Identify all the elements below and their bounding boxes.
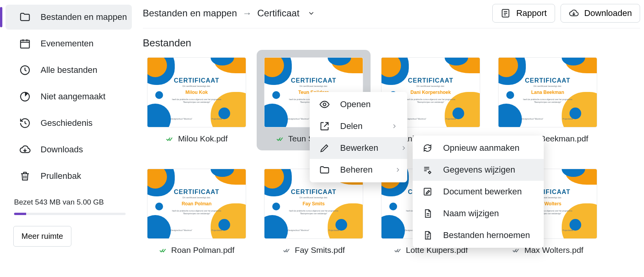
- chevron-right-icon: [379, 123, 398, 130]
- history-icon: [19, 117, 31, 129]
- share-icon: [319, 121, 330, 132]
- sidebar-item-label: Prullenbak: [41, 171, 81, 181]
- eye-icon: [319, 99, 330, 110]
- ctx-recreate[interactable]: Opnieuw aanmaken: [413, 137, 544, 159]
- file-lines-icon: [422, 230, 433, 241]
- sidebar-item-all-files[interactable]: Alle bestanden: [5, 58, 132, 83]
- report-button[interactable]: Rapport: [492, 4, 555, 23]
- folder-icon: [319, 164, 330, 175]
- file-name: Roan Polman.pdf: [171, 245, 234, 255]
- ctx-share[interactable]: Delen: [310, 115, 407, 137]
- context-submenu: Opnieuw aanmaken Gegevens wijzigen Docum…: [413, 136, 544, 248]
- breadcrumb-current[interactable]: Certificaat: [257, 8, 300, 19]
- download-label: Downloaden: [584, 8, 632, 18]
- file-icon: [422, 208, 433, 219]
- breadcrumb-separator: →: [243, 8, 252, 19]
- ctx-manage[interactable]: Beheren: [310, 159, 407, 181]
- ctx-edit[interactable]: Bewerken: [310, 137, 407, 159]
- status-icon: [276, 134, 284, 143]
- context-menu: Openen Delen Bewerken Beheren: [310, 92, 407, 182]
- edit-list-icon: [422, 164, 433, 175]
- status-icon: [282, 246, 291, 254]
- breadcrumb: Bestanden en mappen → Certificaat: [143, 8, 315, 19]
- status-icon: [159, 246, 167, 254]
- ctx-rename[interactable]: Naam wijzigen: [413, 203, 544, 224]
- status-icon: [394, 246, 402, 254]
- file-name: Milou Kok.pdf: [178, 134, 227, 143]
- pencil-icon: [319, 143, 330, 153]
- section-title: Bestanden: [143, 37, 640, 49]
- file-card[interactable]: CERTIFICAAT Dit certificaat bevestigt da…: [147, 58, 246, 150]
- download-cloud-icon: [19, 143, 31, 156]
- more-space-button[interactable]: Meer ruimte: [13, 226, 71, 247]
- file-thumbnail: CERTIFICAAT Dit certificaat bevestigt da…: [147, 169, 246, 238]
- chevron-down-icon[interactable]: [307, 9, 315, 17]
- ctx-rename-files[interactable]: Bestanden hernoemen: [413, 224, 544, 246]
- sidebar-item-history[interactable]: Geschiedenis: [5, 111, 132, 136]
- sidebar-item-label: Evenementen: [41, 39, 94, 49]
- download-button[interactable]: Downloaden: [561, 4, 640, 23]
- svg-point-4: [323, 103, 326, 106]
- ctx-edit-doc[interactable]: Document bewerken: [413, 181, 544, 203]
- ctx-open[interactable]: Openen: [310, 94, 407, 115]
- file-thumbnail: CERTIFICAAT Dit certificaat bevestigt da…: [499, 58, 597, 127]
- file-name: Fay Smits.pdf: [295, 245, 345, 255]
- sidebar: Bestanden en mappen Evenementen Alle bes…: [0, 0, 135, 277]
- report-icon: [500, 8, 511, 18]
- sidebar-item-events[interactable]: Evenementen: [5, 31, 132, 56]
- folder-icon: [19, 11, 31, 23]
- sidebar-item-trash[interactable]: Prullenbak: [5, 164, 132, 189]
- edit-doc-icon: [422, 186, 433, 197]
- trash-icon: [19, 170, 31, 182]
- chevron-right-icon: [383, 166, 401, 173]
- sidebar-item-label: Downloads: [41, 145, 83, 155]
- ctx-change-data[interactable]: Gegevens wijzigen: [413, 159, 544, 181]
- storage-bar: [14, 213, 126, 215]
- file-card[interactable]: CERTIFICAAT Dit certificaat bevestigt da…: [147, 169, 246, 255]
- chevron-right-icon: [389, 145, 407, 152]
- sidebar-item-downloads[interactable]: Downloads: [5, 137, 132, 162]
- sidebar-item-label: Bestanden en mappen: [41, 12, 127, 22]
- breadcrumb-root[interactable]: Bestanden en mappen: [143, 8, 237, 19]
- sidebar-item-label: Niet aangemaakt: [41, 92, 105, 102]
- pie-icon: [19, 90, 31, 103]
- refresh-icon: [422, 143, 433, 153]
- sidebar-item-not-created[interactable]: Niet aangemaakt: [5, 84, 132, 109]
- calendar-icon: [19, 37, 31, 50]
- status-icon: [165, 134, 174, 143]
- topbar: Bestanden en mappen → Certificaat Rappor…: [143, 4, 640, 28]
- download-icon: [569, 8, 579, 18]
- sidebar-item-label: Alle bestanden: [41, 65, 98, 75]
- storage-text: Bezet 543 MB van 5.00 GB: [14, 198, 126, 206]
- svg-rect-0: [21, 40, 30, 48]
- report-label: Rapport: [516, 8, 546, 18]
- sidebar-item-files[interactable]: Bestanden en mappen: [5, 5, 132, 30]
- sidebar-item-label: Geschiedenis: [41, 118, 92, 128]
- clock-icon: [19, 64, 31, 76]
- file-thumbnail: CERTIFICAAT Dit certificaat bevestigt da…: [147, 58, 246, 127]
